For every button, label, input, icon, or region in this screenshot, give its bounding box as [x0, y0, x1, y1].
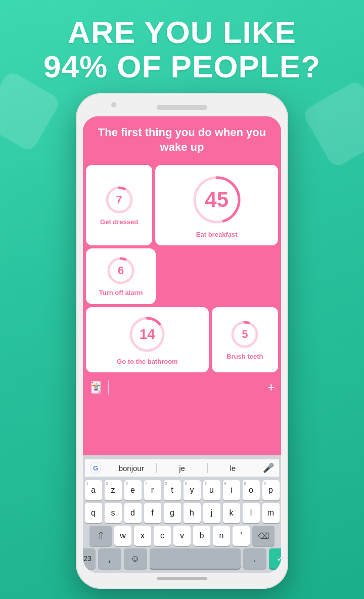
keyboard-suggestions-bar: G bonjour je le 🎤	[85, 459, 279, 477]
keyboard-row-2: q s d f g h j k l m	[85, 503, 279, 523]
ring-number-turn-off-alarm: 6	[118, 264, 124, 277]
phone-screen: The first thing you do when you wake up	[83, 116, 281, 573]
enter-key[interactable]: ✓	[269, 548, 282, 569]
ring-turn-off-alarm: 6	[106, 255, 136, 286]
tiles-row-3: 14 Go to the bathroom 5	[86, 307, 278, 373]
tiles-row-1: 7 Get dressed 45	[86, 165, 278, 246]
emoji-key[interactable]: ☺	[124, 548, 147, 569]
google-icon: G	[90, 462, 101, 474]
key-r[interactable]: 4r	[144, 480, 161, 500]
phone-bottom-bar	[83, 573, 281, 582]
ring-go-to-bathroom: 14	[127, 314, 167, 355]
key-c[interactable]: c	[154, 526, 171, 546]
input-divider	[108, 380, 109, 395]
key-o[interactable]: 9o	[243, 480, 260, 500]
backspace-key[interactable]: ⌫	[252, 526, 275, 546]
key-w[interactable]: w	[114, 526, 131, 546]
key-d[interactable]: d	[124, 503, 142, 523]
suggestion-2[interactable]: je	[157, 464, 207, 473]
key-k[interactable]: k	[223, 503, 240, 523]
suggestion-3[interactable]: le	[208, 464, 258, 473]
tile-turn-off-alarm[interactable]: 6 Turn off alarm	[86, 248, 156, 304]
phone-mockup: The first thing you do when you wake up	[0, 93, 364, 589]
number-switch-key[interactable]: ?123	[83, 548, 96, 569]
ring-number-eat-breakfast: 45	[205, 188, 229, 212]
period-key[interactable]: .	[243, 548, 266, 569]
key-z[interactable]: 2z	[105, 480, 122, 500]
tile-label-brush-teeth: Brush teeth	[226, 353, 263, 361]
tile-go-to-bathroom[interactable]: 14 Go to the bathroom	[86, 307, 209, 373]
tile-label-turn-off-alarm: Turn off alarm	[99, 289, 143, 297]
question-text: The first thing you do when you wake up	[91, 125, 273, 154]
keyboard-row-1: 1a 2z 3e 4r 5t 6y 7u 8i 9o 0p	[85, 480, 279, 500]
key-s[interactable]: s	[105, 503, 122, 523]
ring-number-brush-teeth: 5	[242, 328, 248, 341]
keyboard: G bonjour je le 🎤 1a 2z 3e 4r 5t 6y 7u	[83, 455, 281, 573]
tile-get-dressed[interactable]: 7 Get dressed	[86, 165, 152, 246]
input-bar[interactable]: 🃏 +	[83, 375, 281, 399]
key-q[interactable]: q	[85, 503, 102, 523]
keyboard-row-3: ⇧ w x c v b n ' ⌫	[85, 526, 279, 546]
key-e[interactable]: 3e	[124, 480, 142, 500]
tiles-grid: 7 Get dressed 45	[83, 162, 281, 376]
space-key[interactable]	[150, 548, 241, 569]
phone-notch	[157, 105, 207, 110]
ring-number-go-to-bathroom: 14	[140, 326, 155, 343]
ring-number-get-dressed: 7	[116, 193, 122, 206]
key-l[interactable]: l	[243, 503, 260, 523]
tiles-row-2: 6 Turn off alarm	[86, 248, 278, 304]
comma-key[interactable]: ,	[98, 548, 121, 569]
key-n[interactable]: n	[213, 526, 230, 546]
spacer-row2	[159, 248, 278, 304]
key-u[interactable]: 7u	[203, 480, 220, 500]
key-a[interactable]: 1a	[85, 480, 102, 500]
tile-label-eat-breakfast: Eat breakfast	[196, 231, 238, 239]
key-b[interactable]: b	[193, 526, 210, 546]
tile-label-go-to-bathroom: Go to the bathroom	[117, 358, 178, 366]
mic-icon[interactable]: 🎤	[263, 462, 274, 474]
shift-key[interactable]: ⇧	[89, 526, 112, 546]
ring-eat-breakfast: 45	[189, 172, 245, 228]
key-i[interactable]: 8i	[223, 480, 240, 500]
app-content: The first thing you do when you wake up	[83, 116, 281, 455]
phone-top-bar	[83, 100, 281, 114]
tile-eat-breakfast[interactable]: 45 Eat breakfast	[155, 165, 278, 246]
tile-brush-teeth[interactable]: 5 Brush teeth	[212, 307, 278, 373]
key-h[interactable]: h	[184, 503, 201, 523]
key-g[interactable]: g	[164, 503, 181, 523]
add-icon[interactable]: +	[267, 379, 275, 395]
key-apostrophe[interactable]: '	[233, 526, 250, 546]
tile-label-get-dressed: Get dressed	[100, 218, 138, 226]
ring-get-dressed: 7	[104, 185, 134, 215]
key-y[interactable]: 6y	[184, 480, 201, 500]
camera-dot	[111, 102, 116, 107]
page-title: ARE YOU LIKE94% OF PEOPLE?	[0, 0, 364, 84]
ring-brush-teeth: 5	[230, 319, 260, 350]
key-x[interactable]: x	[134, 526, 151, 546]
key-m[interactable]: m	[262, 503, 280, 523]
key-j[interactable]: j	[203, 503, 220, 523]
key-p[interactable]: 0p	[262, 480, 280, 500]
key-v[interactable]: v	[173, 526, 191, 546]
keyboard-row-4: ?123 , ☺ . ✓	[85, 548, 279, 569]
suggestion-1[interactable]: bonjour	[106, 464, 156, 473]
phone-body: The first thing you do when you wake up	[76, 93, 288, 589]
key-t[interactable]: 5t	[164, 480, 181, 500]
home-bar	[157, 577, 207, 580]
key-f[interactable]: f	[144, 503, 161, 523]
card-icon: 🃏	[89, 381, 103, 394]
question-header: The first thing you do when you wake up	[83, 116, 281, 161]
